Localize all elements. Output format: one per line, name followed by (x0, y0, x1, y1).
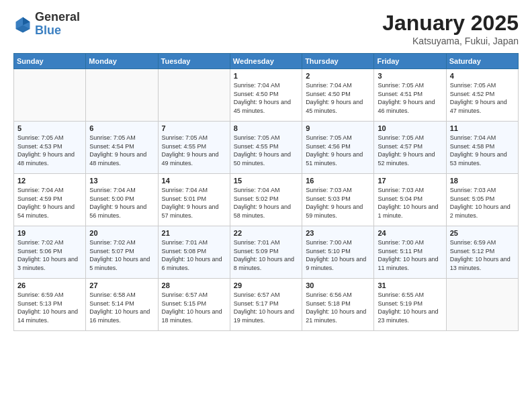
calendar-cell (14, 69, 86, 122)
calendar-header: Sunday Monday Tuesday Wednesday Thursday… (14, 54, 519, 69)
calendar-cell (158, 69, 230, 122)
logo-blue-text: Blue (35, 24, 80, 38)
page-title: January 2025 (382, 11, 519, 36)
calendar-cell: 19Sunrise: 7:02 AM Sunset: 5:06 PM Dayli… (14, 226, 86, 279)
day-info: Sunrise: 7:02 AM Sunset: 5:07 PM Dayligh… (89, 238, 154, 272)
calendar-cell: 13Sunrise: 7:04 AM Sunset: 5:00 PM Dayli… (86, 174, 158, 226)
calendar-cell: 21Sunrise: 7:01 AM Sunset: 5:08 PM Dayli… (158, 226, 230, 279)
day-number: 14 (162, 177, 226, 185)
logo: General Blue (13, 11, 80, 38)
day-number: 30 (306, 281, 370, 289)
day-number: 4 (450, 72, 515, 80)
day-number: 2 (306, 72, 370, 80)
calendar-cell: 15Sunrise: 7:04 AM Sunset: 5:02 PM Dayli… (230, 174, 302, 226)
day-number: 25 (450, 229, 515, 237)
col-monday: Monday (86, 54, 158, 69)
header-row: Sunday Monday Tuesday Wednesday Thursday… (14, 54, 519, 69)
day-info: Sunrise: 6:56 AM Sunset: 5:18 PM Dayligh… (306, 291, 370, 324)
header: General Blue January 2025 Katsuyama, Fuk… (13, 11, 519, 46)
calendar-cell: 14Sunrise: 7:04 AM Sunset: 5:01 PM Dayli… (158, 174, 230, 226)
logo-text: General Blue (35, 11, 80, 38)
day-info: Sunrise: 6:59 AM Sunset: 5:12 PM Dayligh… (450, 238, 515, 272)
calendar-cell: 16Sunrise: 7:03 AM Sunset: 5:03 PM Dayli… (302, 174, 374, 226)
day-info: Sunrise: 7:05 AM Sunset: 4:57 PM Dayligh… (378, 134, 442, 167)
day-number: 9 (306, 124, 370, 132)
calendar-cell: 9Sunrise: 7:05 AM Sunset: 4:56 PM Daylig… (302, 122, 374, 174)
day-info: Sunrise: 6:57 AM Sunset: 5:17 PM Dayligh… (234, 291, 298, 324)
col-tuesday: Tuesday (158, 54, 230, 69)
calendar-cell: 26Sunrise: 6:59 AM Sunset: 5:13 PM Dayli… (14, 279, 86, 331)
day-number: 19 (17, 229, 82, 237)
calendar-cell: 11Sunrise: 7:04 AM Sunset: 4:58 PM Dayli… (446, 122, 518, 174)
day-number: 28 (162, 281, 226, 289)
day-info: Sunrise: 7:04 AM Sunset: 5:01 PM Dayligh… (162, 186, 226, 220)
day-info: Sunrise: 7:04 AM Sunset: 4:58 PM Dayligh… (450, 134, 515, 167)
day-info: Sunrise: 7:00 AM Sunset: 5:10 PM Dayligh… (306, 238, 370, 272)
day-number: 16 (306, 177, 370, 185)
day-info: Sunrise: 7:00 AM Sunset: 5:11 PM Dayligh… (378, 238, 442, 272)
col-wednesday: Wednesday (230, 54, 302, 69)
day-info: Sunrise: 7:05 AM Sunset: 4:53 PM Dayligh… (17, 134, 82, 167)
calendar-cell: 31Sunrise: 6:55 AM Sunset: 5:19 PM Dayli… (374, 279, 446, 331)
day-number: 1 (234, 72, 298, 80)
calendar-cell: 8Sunrise: 7:05 AM Sunset: 4:55 PM Daylig… (230, 122, 302, 174)
day-number: 26 (17, 281, 82, 289)
day-number: 21 (162, 229, 226, 237)
day-info: Sunrise: 7:05 AM Sunset: 4:55 PM Dayligh… (234, 134, 298, 167)
calendar-cell (446, 279, 518, 331)
day-number: 15 (234, 177, 298, 185)
calendar-cell: 2Sunrise: 7:04 AM Sunset: 4:50 PM Daylig… (302, 69, 374, 122)
calendar-cell: 20Sunrise: 7:02 AM Sunset: 5:07 PM Dayli… (86, 226, 158, 279)
day-number: 20 (89, 229, 154, 237)
calendar-cell: 24Sunrise: 7:00 AM Sunset: 5:11 PM Dayli… (374, 226, 446, 279)
day-info: Sunrise: 6:55 AM Sunset: 5:19 PM Dayligh… (378, 291, 442, 324)
day-number: 23 (306, 229, 370, 237)
day-number: 22 (234, 229, 298, 237)
day-number: 6 (89, 124, 154, 132)
calendar-week-1: 1Sunrise: 7:04 AM Sunset: 4:50 PM Daylig… (14, 69, 519, 122)
calendar-week-5: 26Sunrise: 6:59 AM Sunset: 5:13 PM Dayli… (14, 279, 519, 331)
col-saturday: Saturday (446, 54, 518, 69)
day-number: 3 (378, 72, 442, 80)
day-number: 27 (89, 281, 154, 289)
day-number: 5 (17, 124, 82, 132)
day-number: 29 (234, 281, 298, 289)
day-info: Sunrise: 7:02 AM Sunset: 5:06 PM Dayligh… (17, 238, 82, 272)
day-info: Sunrise: 6:57 AM Sunset: 5:15 PM Dayligh… (162, 291, 226, 324)
calendar-cell (86, 69, 158, 122)
calendar-cell: 27Sunrise: 6:58 AM Sunset: 5:14 PM Dayli… (86, 279, 158, 331)
calendar-cell: 28Sunrise: 6:57 AM Sunset: 5:15 PM Dayli… (158, 279, 230, 331)
calendar-cell: 3Sunrise: 7:05 AM Sunset: 4:51 PM Daylig… (374, 69, 446, 122)
calendar-cell: 23Sunrise: 7:00 AM Sunset: 5:10 PM Dayli… (302, 226, 374, 279)
day-number: 12 (17, 177, 82, 185)
day-info: Sunrise: 7:04 AM Sunset: 5:00 PM Dayligh… (89, 186, 154, 220)
day-number: 24 (378, 229, 442, 237)
calendar-cell: 17Sunrise: 7:03 AM Sunset: 5:04 PM Dayli… (374, 174, 446, 226)
day-info: Sunrise: 7:05 AM Sunset: 4:51 PM Dayligh… (378, 81, 442, 115)
col-sunday: Sunday (14, 54, 86, 69)
day-info: Sunrise: 6:59 AM Sunset: 5:13 PM Dayligh… (17, 291, 82, 324)
day-number: 18 (450, 177, 515, 185)
day-number: 11 (450, 124, 515, 132)
day-number: 10 (378, 124, 442, 132)
day-info: Sunrise: 7:05 AM Sunset: 4:54 PM Dayligh… (89, 134, 154, 167)
calendar-cell: 22Sunrise: 7:01 AM Sunset: 5:09 PM Dayli… (230, 226, 302, 279)
day-info: Sunrise: 7:05 AM Sunset: 4:56 PM Dayligh… (306, 134, 370, 167)
calendar-cell: 30Sunrise: 6:56 AM Sunset: 5:18 PM Dayli… (302, 279, 374, 331)
page: General Blue January 2025 Katsuyama, Fuk… (0, 0, 532, 411)
col-thursday: Thursday (302, 54, 374, 69)
day-info: Sunrise: 7:04 AM Sunset: 4:50 PM Dayligh… (234, 81, 298, 115)
calendar-body: 1Sunrise: 7:04 AM Sunset: 4:50 PM Daylig… (14, 69, 519, 331)
day-info: Sunrise: 7:04 AM Sunset: 5:02 PM Dayligh… (234, 186, 298, 220)
logo-general-text: General (35, 11, 80, 24)
day-info: Sunrise: 7:03 AM Sunset: 5:04 PM Dayligh… (378, 186, 442, 220)
calendar-cell: 12Sunrise: 7:04 AM Sunset: 4:59 PM Dayli… (14, 174, 86, 226)
calendar-cell: 18Sunrise: 7:03 AM Sunset: 5:05 PM Dayli… (446, 174, 518, 226)
calendar-cell: 10Sunrise: 7:05 AM Sunset: 4:57 PM Dayli… (374, 122, 446, 174)
calendar-cell: 7Sunrise: 7:05 AM Sunset: 4:55 PM Daylig… (158, 122, 230, 174)
day-info: Sunrise: 7:05 AM Sunset: 4:52 PM Dayligh… (450, 81, 515, 115)
day-info: Sunrise: 7:05 AM Sunset: 4:55 PM Dayligh… (162, 134, 226, 167)
day-info: Sunrise: 7:01 AM Sunset: 5:09 PM Dayligh… (234, 238, 298, 272)
day-info: Sunrise: 7:03 AM Sunset: 5:03 PM Dayligh… (306, 186, 370, 220)
calendar-cell: 4Sunrise: 7:05 AM Sunset: 4:52 PM Daylig… (446, 69, 518, 122)
